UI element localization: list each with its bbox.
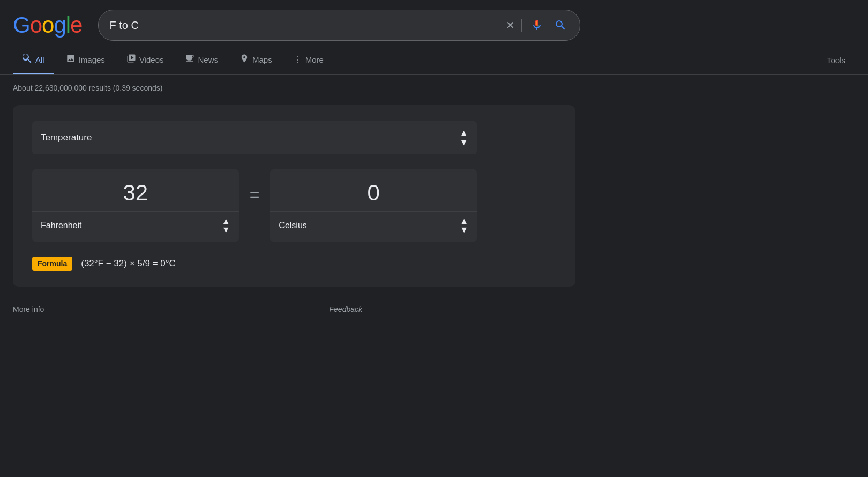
converter-card: Temperature ▲ ▼ Fahrenheit ▲ ▼ = Celsius	[13, 105, 575, 287]
converter-row: Fahrenheit ▲ ▼ = Celsius ▲ ▼	[32, 169, 477, 242]
from-unit-label: Fahrenheit	[41, 221, 82, 230]
search-divider	[521, 19, 522, 32]
formula-text: (32°F − 32) × 5/9 = 0°C	[81, 258, 176, 269]
tab-maps-label: Maps	[252, 55, 272, 64]
microphone-icon	[530, 19, 543, 32]
to-input-box: Celsius ▲ ▼	[270, 169, 477, 242]
more-tab-icon: ⋮	[294, 55, 302, 65]
tab-images-label: Images	[79, 55, 105, 64]
search-button[interactable]	[552, 17, 569, 34]
tab-videos-label: Videos	[139, 55, 164, 64]
videos-tab-icon	[126, 54, 136, 65]
type-label: Temperature	[41, 132, 92, 143]
close-icon[interactable]: ✕	[506, 19, 515, 32]
tab-more-label: More	[305, 55, 324, 64]
more-info-link[interactable]: More info	[13, 305, 44, 314]
tools-button[interactable]: Tools	[817, 48, 855, 72]
formula-row: Formula (32°F − 32) × 5/9 = 0°C	[32, 257, 477, 271]
search-icon	[554, 19, 567, 32]
tab-more[interactable]: ⋮ More	[284, 47, 333, 74]
from-unit-arrows-icon: ▲ ▼	[222, 217, 230, 234]
tab-all-label: All	[35, 55, 44, 64]
tab-videos[interactable]: Videos	[117, 46, 174, 74]
from-unit-selector[interactable]: Fahrenheit ▲ ▼	[32, 211, 239, 242]
footer-row: More info Feedback	[0, 295, 643, 319]
tab-maps[interactable]: Maps	[230, 46, 282, 74]
microphone-button[interactable]	[528, 17, 545, 34]
search-tab-icon	[23, 54, 32, 65]
images-tab-icon	[66, 54, 76, 65]
google-logo: Google	[13, 12, 82, 38]
feedback-link[interactable]: Feedback	[330, 305, 362, 314]
nav-tabs: All Images Videos News Maps ⋮ More Tools	[0, 46, 868, 75]
maps-tab-icon	[240, 54, 249, 65]
to-unit-arrows-icon: ▲ ▼	[460, 217, 468, 234]
tab-all[interactable]: All	[13, 46, 54, 74]
tab-images[interactable]: Images	[56, 46, 115, 74]
results-count: About 22,630,000,000 results (0.39 secon…	[0, 75, 868, 96]
search-input[interactable]	[109, 19, 499, 32]
equals-sign: =	[239, 185, 271, 205]
search-bar: ✕	[98, 10, 580, 41]
type-selector[interactable]: Temperature ▲ ▼	[32, 121, 477, 154]
tab-news[interactable]: News	[175, 46, 228, 74]
search-bar-wrapper: ✕	[98, 10, 580, 41]
to-unit-selector[interactable]: Celsius ▲ ▼	[270, 211, 477, 242]
from-input-box: Fahrenheit ▲ ▼	[32, 169, 239, 242]
header: Google ✕	[0, 0, 868, 46]
to-value-input[interactable]	[270, 169, 477, 211]
to-unit-label: Celsius	[279, 221, 306, 230]
spinner-arrows-icon: ▲ ▼	[459, 129, 468, 147]
news-tab-icon	[185, 54, 194, 65]
from-value-input[interactable]	[32, 169, 239, 211]
formula-badge: Formula	[32, 257, 72, 271]
tab-news-label: News	[198, 55, 218, 64]
